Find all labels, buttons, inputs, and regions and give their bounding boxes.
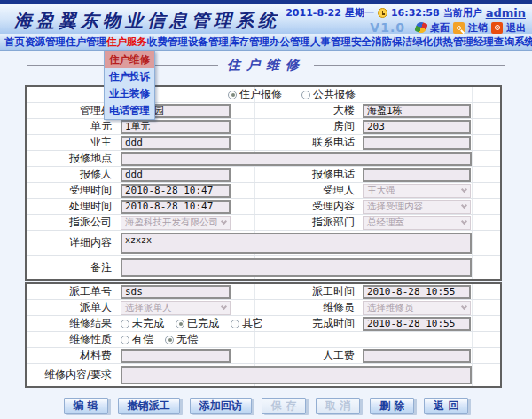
chevron-down-icon	[221, 304, 227, 310]
nav-item-equipment-mgmt[interactable]: 设备管理	[188, 36, 229, 49]
room-field[interactable]	[363, 120, 471, 134]
logout-link[interactable]: 注销	[468, 21, 488, 35]
revoke-dispatch-button[interactable]: 撤销派工	[118, 398, 180, 414]
dispatcher-label: 派单人	[27, 300, 118, 315]
form-row: 报修地点	[27, 151, 500, 167]
menu-item-owner-decoration[interactable]: 业主装修	[105, 85, 154, 102]
repair-nature-radio-group: 有偿 无偿	[121, 332, 198, 347]
material-fee-field[interactable]	[121, 349, 231, 363]
menu-item-resident-complaint[interactable]: 住户投诉	[105, 68, 154, 85]
app-title: 海盈翼东物业信息管理系统	[14, 9, 280, 33]
accept-time-field[interactable]	[121, 184, 231, 198]
main-nav: 首页 资源管理 住户管理 住户服务 收费管理 设备管理 库存管理 办公管理 人事…	[0, 34, 532, 51]
work-order-no-field[interactable]	[121, 285, 231, 299]
form-row: 单元 房间	[27, 119, 500, 135]
process-time-label: 处理时间	[27, 199, 118, 214]
nav-item-resident-mgmt[interactable]: 住户管理	[66, 36, 106, 49]
material-fee-label: 材料费	[27, 348, 118, 363]
radio-selected-icon	[228, 91, 237, 99]
logout-key-icon	[453, 22, 465, 34]
header-info: 2011-8-22 星期一 16:32:58 当前用户 admin V1.0 桌…	[286, 6, 526, 35]
time-text: 16:32:58	[391, 7, 440, 19]
edit-button[interactable]: 编 辑	[64, 398, 108, 414]
resident-service-dropdown-menu: 住户维修 住户投诉 业主装修 电话管理	[104, 51, 155, 120]
assigned-company-label: 指派公司	[27, 215, 118, 230]
form-row: 维修性质 有偿 无偿	[27, 332, 500, 348]
detail-content-label: 详细内容	[27, 235, 118, 250]
header: 海盈翼东物业信息管理系统 2011-8-22 星期一 16:32:58 当前用户…	[0, 4, 532, 34]
radio-selected-icon	[176, 320, 184, 328]
unit-field[interactable]	[121, 120, 231, 134]
nav-item-fire-safety[interactable]: 安全消防	[351, 36, 392, 49]
reporter-field[interactable]	[121, 168, 231, 182]
repair-result-label: 维修结果	[27, 316, 118, 331]
work-order-no-label: 派工单号	[27, 284, 118, 299]
nav-item-fee-mgmt[interactable]: 收费管理	[147, 36, 188, 49]
process-time-field[interactable]	[121, 200, 231, 214]
nav-item-office-mgmt[interactable]: 办公管理	[270, 36, 310, 49]
return-button[interactable]: 返 回	[424, 398, 468, 414]
nav-item-resident-service[interactable]: 住户服务	[106, 36, 147, 49]
complete-time-field[interactable]	[363, 317, 471, 331]
username-link[interactable]: admin	[486, 6, 526, 20]
radio-label: 住户报修	[239, 87, 282, 102]
repair-result-option-unfinished: 未完成	[121, 316, 164, 331]
nav-item-heating-mgmt[interactable]: 供热管理	[433, 36, 473, 49]
report-type-row: 住户报修 公共报修	[27, 87, 500, 103]
report-type-option-public[interactable]: 公共报修	[301, 87, 356, 102]
nav-item-hr-mgmt[interactable]: 人事管理	[310, 36, 351, 49]
building-field[interactable]	[363, 104, 471, 118]
dispatch-time-label: 派工时间	[254, 284, 361, 299]
assigned-dept-select: 总经理室	[363, 216, 471, 230]
menu-item-resident-repair[interactable]: 住户维修	[105, 51, 154, 68]
desktop-link[interactable]: 桌面	[430, 21, 450, 35]
repair-location-field[interactable]	[121, 152, 472, 166]
repair-request-textarea[interactable]	[121, 366, 472, 384]
dispatch-time-field[interactable]	[363, 285, 471, 299]
form-row: 详细内容 xzxzx	[27, 231, 500, 256]
detail-content-textarea[interactable]: xzxzx	[121, 233, 472, 254]
exit-link[interactable]: 退出	[506, 21, 526, 35]
repair-result-radio-group: 未完成 已完成 其它	[121, 316, 263, 331]
chevron-down-icon	[461, 202, 467, 209]
accept-content-select: 选择受理内容	[363, 200, 471, 214]
contact-phone-field[interactable]	[363, 136, 471, 150]
repair-request-label: 维修内容/要求	[27, 368, 118, 383]
nav-item-manager-query[interactable]: 经理查询	[473, 36, 514, 49]
labor-fee-field[interactable]	[363, 349, 471, 363]
form-row: 报修人 报修电话	[27, 167, 500, 183]
form-row: 业主 联系电话	[27, 135, 500, 151]
app-window: 海盈翼东物业信息管理系统 2011-8-22 星期一 16:32:58 当前用户…	[0, 0, 532, 419]
form-row: 备注	[27, 256, 500, 279]
repair-result-option-finished: 已完成	[176, 316, 219, 331]
nav-item-system-maintenance[interactable]: 系统维护	[514, 36, 532, 49]
header-actions-row: V1.0 桌面 注销 退出	[286, 20, 526, 35]
chevron-down-icon	[221, 218, 227, 225]
nav-item-home[interactable]: 首页	[4, 36, 25, 49]
delete-button[interactable]: 删 除	[370, 398, 414, 414]
report-type-option-resident[interactable]: 住户报修	[228, 87, 282, 102]
room-label: 房间	[254, 119, 361, 134]
add-followup-button[interactable]: 添加回访	[190, 398, 252, 414]
owner-label: 业主	[27, 135, 118, 150]
form-row: 维修结果 未完成 已完成 其它 完成时间	[27, 316, 500, 332]
repair-report-section: 住户报修 公共报修 管理处 大楼 单元 房间 业主 联系电话	[25, 85, 502, 281]
menu-item-phone-mgmt[interactable]: 电话管理	[105, 102, 154, 119]
report-phone-field[interactable]	[363, 168, 471, 182]
page-title-row: 住户维修	[27, 57, 505, 74]
form-row: 派工单号 派工时间	[27, 284, 500, 300]
action-button-bar: 编 辑 撤销派工 添加回访 保 存 取 消 删 除 返 回	[0, 398, 532, 414]
radio-label: 公共报修	[313, 87, 356, 102]
radio-icon	[121, 320, 129, 328]
owner-field[interactable]	[121, 136, 231, 150]
save-button: 保 存	[262, 398, 306, 414]
nav-item-inventory-mgmt[interactable]: 库存管理	[229, 36, 270, 49]
nav-item-resource-mgmt[interactable]: 资源管理	[25, 36, 66, 49]
exit-icon	[491, 22, 503, 34]
remark-textarea[interactable]	[121, 258, 472, 277]
repairman-select-value: 选择维修员	[367, 302, 414, 314]
accept-content-label: 受理内容	[254, 199, 361, 214]
repair-location-label: 报修地点	[27, 151, 118, 166]
nav-item-cleaning-greening[interactable]: 保洁绿化	[392, 36, 433, 49]
dispatch-section: 派工单号 派工时间 派单人 选择派单人 维修员 选择维修员 维修结果	[25, 282, 502, 388]
